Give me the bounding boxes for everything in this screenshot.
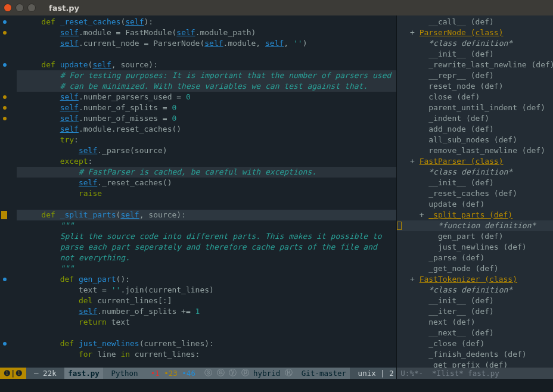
outline-item[interactable]: _parse (def) [397, 253, 553, 263]
code-line[interactable] [17, 49, 396, 60]
code-line[interactable] [17, 328, 396, 338]
code-line[interactable]: """ [17, 220, 396, 231]
outline-item[interactable]: __next__ (def) [397, 328, 553, 338]
code-line[interactable]: self._reset_caches() [17, 178, 396, 188]
outline-item[interactable]: just_newlines (def) [397, 242, 553, 253]
outline-item[interactable]: _indent (def) [397, 113, 553, 124]
gutter-dot-icon [3, 342, 7, 346]
outline-label: just_newlines (def) [438, 242, 527, 251]
outline-pane: __call__ (def) + ParserNode (class) *cla… [396, 15, 553, 379]
outline-item[interactable]: remove_last_newline (def) [397, 145, 553, 156]
code-line[interactable]: self.current_node = ParserNode(self.modu… [17, 38, 396, 49]
outline-item[interactable]: + FastTokenizer (class) [397, 274, 553, 285]
outline-item[interactable]: __call__ (def) [397, 17, 553, 27]
modeline-filename: fast.py [64, 368, 103, 379]
outline-item[interactable]: next (def) [397, 317, 553, 328]
outline-list[interactable]: __call__ (def) + ParserNode (class) *cla… [397, 17, 553, 371]
cursor-marker-icon [1, 211, 7, 219]
outline-item[interactable]: __repr__ (def) [397, 70, 553, 81]
outline-item[interactable]: + FastParser (class) [397, 156, 553, 167]
outline-item[interactable]: close (def) [397, 92, 553, 102]
outline-label: __next__ (def) [428, 328, 494, 337]
expand-icon[interactable]: + [420, 210, 429, 219]
outline-item[interactable]: all_sub_nodes (def) [397, 135, 553, 145]
outline-item[interactable]: __iter__ (def) [397, 306, 553, 317]
code-line[interactable]: def gen_part(): [17, 274, 396, 285]
code-line[interactable]: not everything. [17, 253, 396, 263]
minimize-icon[interactable] [15, 4, 24, 12]
code-line[interactable]: """ [17, 263, 396, 274]
outline-label: *class definition* [428, 285, 512, 294]
code-line[interactable]: # FastParser is cached, be careful with … [17, 167, 396, 178]
outline-item[interactable]: _close (def) [397, 338, 553, 349]
outline-label: __repr__ (def) [428, 71, 494, 80]
outline-item[interactable]: update (def) [397, 199, 553, 210]
outline-label: FastParser (class) [420, 157, 504, 166]
outline-label: gen_part (def) [438, 232, 504, 241]
code-line[interactable]: self.module.reset_caches() [17, 124, 396, 135]
code-line[interactable]: parse each part seperately and therefore… [17, 242, 396, 253]
outline-item[interactable]: _finish_dedents (def) [397, 349, 553, 360]
outline-item[interactable]: _reset_caches (def) [397, 188, 553, 199]
outline-item[interactable]: parent_until_indent (def) [397, 102, 553, 113]
close-icon[interactable] [4, 4, 12, 12]
code-line[interactable]: def just_newlines(current_lines): [17, 338, 396, 349]
code-line[interactable]: self.number_of_splits += 1 [17, 306, 396, 317]
outline-label: _get_node (def) [428, 264, 498, 273]
gutter-dot-icon [3, 278, 7, 281]
code-line[interactable]: self.module = FastModule(self.module_pat… [17, 27, 396, 38]
outline-label: next (def) [428, 318, 475, 326]
code-line[interactable]: return text [17, 317, 396, 328]
outline-item[interactable]: *function definition* [397, 220, 553, 231]
outline-item[interactable]: + _split_parts (def) [397, 210, 553, 220]
expand-icon[interactable]: + [410, 275, 420, 284]
code-line[interactable] [17, 199, 396, 210]
mode-line-right[interactable]: U:%*- *Ilist* fast.py [397, 368, 553, 379]
code-line[interactable]: try: [17, 135, 396, 145]
echo-area[interactable] [0, 379, 553, 392]
code-line[interactable]: def _split_parts(self, source): [17, 210, 396, 220]
gutter-dot-icon [3, 106, 7, 110]
code-line[interactable]: self.number_parsers_used = 0 [17, 92, 396, 102]
code-line[interactable]: self._parse(source) [17, 145, 396, 156]
code-line[interactable]: del current_lines[:] [17, 295, 396, 306]
outline-item[interactable]: reset_node (def) [397, 81, 553, 92]
code-line[interactable]: self.number_of_splits = 0 [17, 102, 396, 113]
outline-item[interactable]: __init__ (def) [397, 49, 553, 60]
outline-item[interactable]: _get_node (def) [397, 263, 553, 274]
outline-label: remove_last_newline (def) [428, 146, 545, 155]
code-line[interactable]: raise [17, 188, 396, 199]
code-line[interactable]: def _reset_caches(self): [17, 17, 396, 27]
modeline-warnings: •23 [164, 369, 182, 378]
expand-icon[interactable]: + [410, 157, 420, 166]
outline-item[interactable]: add_node (def) [397, 124, 553, 135]
gutter-dot-icon [3, 117, 7, 120]
code-line[interactable]: Split the source code into different par… [17, 231, 396, 242]
outline-item[interactable]: + ParserNode (class) [397, 27, 553, 38]
outline-item[interactable]: *class definition* [397, 285, 553, 295]
outline-item[interactable]: *class definition* [397, 167, 553, 178]
outline-label: _parse (def) [428, 253, 484, 262]
outline-item[interactable]: __init__ (def) [397, 295, 553, 306]
code-line[interactable]: def update(self, source): [17, 60, 396, 70]
expand-icon[interactable]: + [410, 28, 420, 37]
code-line[interactable]: text = ''.join(current_lines) [17, 285, 396, 295]
mode-line-left[interactable]: ❶|❶ — 22k fast.py Python •1 •23 •46 ⓢ ⓐ … [0, 368, 396, 379]
outline-item[interactable]: *class definition* [397, 38, 553, 49]
outline-label: __call__ (def) [428, 17, 494, 26]
code-editor[interactable]: def _reset_caches(self): self.module = F… [17, 15, 396, 368]
window-controls [4, 4, 36, 12]
code-line[interactable]: self.number_of_misses = 0 [17, 113, 396, 124]
outline-item[interactable]: __init__ (def) [397, 178, 553, 188]
outline-item[interactable]: _rewrite_last_newline (def) [397, 60, 553, 70]
outline-item[interactable]: gen_part (def) [397, 231, 553, 242]
code-line[interactable]: for line in current_lines: [17, 349, 396, 360]
outline-label: _close (def) [428, 339, 484, 348]
code-gutter[interactable] [0, 15, 17, 368]
maximize-icon[interactable] [27, 4, 36, 12]
work-area: def _reset_caches(self): self.module = F… [0, 15, 553, 379]
code-line[interactable]: except: [17, 156, 396, 167]
code-line[interactable]: # For testing purposes: It is important … [17, 70, 396, 81]
gutter-dot-icon [3, 31, 7, 35]
code-line[interactable]: # can be minimized. With these variables… [17, 81, 396, 92]
